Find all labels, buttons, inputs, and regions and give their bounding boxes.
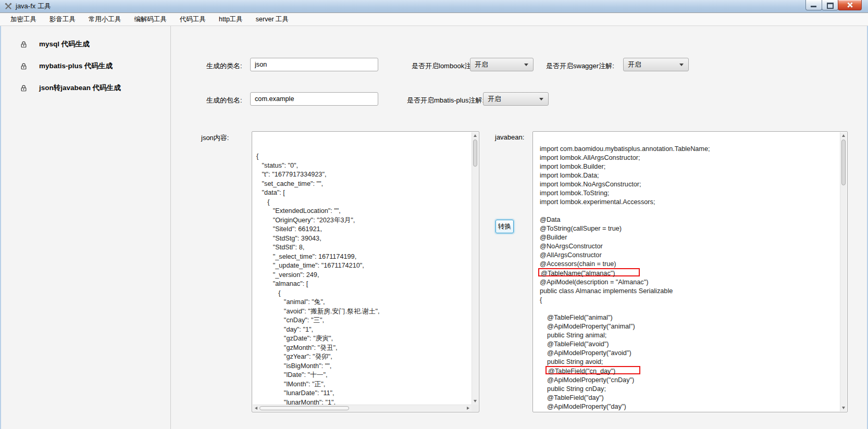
code-line: @AllArgsConstructor (540, 251, 840, 260)
code-line: @ApiModelProperty("cnDay") (540, 376, 840, 385)
javabean-vertical-scrollbar[interactable] (840, 132, 847, 411)
menubar: 加密工具 影音工具 常用小工具 编解码工具 代码工具 http工具 server… (0, 12, 868, 26)
class-name-label: 生成的类名: (206, 61, 242, 71)
json-horizontal-scrollbar[interactable] (253, 405, 472, 411)
sidebar-item-label: mybatis-plus 代码生成 (39, 61, 113, 71)
code-line: { (256, 152, 472, 161)
class-name-input[interactable] (250, 58, 378, 71)
code-line: { (256, 198, 472, 207)
json-code[interactable]: { "status": "0", "t": "1677917334923", "… (253, 132, 472, 405)
code-line: public String cnDay; (540, 385, 840, 394)
chevron-down-icon (539, 98, 543, 100)
chevron-down-icon (679, 64, 684, 66)
scroll-up-icon[interactable] (842, 134, 845, 137)
code-line: "OriginQuery": "2023年3月", (256, 216, 472, 225)
lombok-selected-value: 开启 (470, 60, 524, 69)
code-line: "lunarDate": "11", (256, 389, 472, 398)
code-line: "cnDay": "三", (256, 316, 472, 325)
menu-item-common-tools[interactable]: 常用小工具 (89, 15, 121, 24)
swagger-select[interactable]: 开启 (623, 58, 689, 71)
code-line: "data": [ (256, 188, 472, 198)
json-vscroll-thumb[interactable] (473, 140, 477, 167)
javabean-vscroll-thumb[interactable] (841, 140, 846, 185)
code-line (540, 207, 840, 216)
window-controls (806, 0, 862, 10)
json-vertical-scrollbar[interactable] (472, 132, 478, 405)
code-line: "set_cache_time": "", (256, 180, 472, 189)
menu-item-encrypt-tools[interactable]: 加密工具 (10, 15, 36, 24)
lock-icon (20, 41, 28, 48)
menu-item-codec-tools[interactable]: 编解码工具 (134, 15, 167, 24)
code-line: "_version": 249, (256, 271, 472, 280)
code-line: import lombok.experimental.Accessors; (540, 198, 840, 207)
mybatis-plus-select[interactable]: 开启 (483, 92, 549, 106)
code-line: "lDate": "十一", (256, 371, 472, 380)
code-line (540, 305, 840, 313)
app-tools-icon (4, 2, 13, 10)
code-line: "animal": "兔", (256, 298, 472, 307)
scroll-down-icon[interactable] (842, 407, 845, 409)
highlight-red-box: @TableField("cn_day") (545, 366, 640, 374)
sidebar-item-mysql-codegen[interactable]: mysql 代码生成 (1, 33, 170, 55)
code-line: @TableField("day") (540, 394, 840, 402)
mybatis-plus-label: 是否开启mbatis-plus注解: (407, 96, 484, 105)
sidebar-item-mybatis-plus-codegen[interactable]: mybatis-plus 代码生成 (1, 55, 170, 77)
code-line: import lombok.AllArgsConstructor; (540, 154, 840, 162)
menu-item-code-tools[interactable]: 代码工具 (180, 15, 206, 24)
code-line: "avoid": "搬新房.安门.祭祀.谢土", (256, 307, 472, 317)
javabean-code[interactable]: import com.baomidou.mybatisplus.annotati… (534, 132, 840, 411)
code-line: @Accessors(chain = true) (540, 260, 840, 269)
maximize-button[interactable] (822, 0, 838, 10)
window-title: java-fx 工具 (16, 2, 51, 11)
code-line: "StdStl": 8, (256, 243, 472, 253)
code-line: { (540, 296, 840, 305)
sidebar-item-json2javabean-codegen[interactable]: json转javabean 代码生成 (1, 77, 170, 99)
code-line: "gzDate": "庚寅", (256, 334, 472, 344)
code-line: import lombok.NoArgsConstructor; (540, 180, 840, 189)
code-line: public String animal; (540, 331, 840, 340)
minimize-button[interactable] (805, 0, 822, 10)
app-window: java-fx 工具 加密工具 影音工具 常用小工具 编解码工具 代码工具 ht… (0, 0, 868, 429)
convert-button[interactable]: 转换 (495, 220, 514, 233)
mybatis-plus-selected-value: 开启 (483, 95, 539, 104)
maximize-icon (827, 3, 834, 9)
code-line: "_select_time": 1671174199, (256, 253, 472, 262)
titlebar[interactable]: java-fx 工具 (0, 0, 868, 12)
menu-item-http-tools[interactable]: http工具 (219, 15, 243, 24)
scroll-up-icon[interactable] (474, 134, 477, 137)
code-line: @NoArgsConstructor (540, 242, 840, 251)
menu-item-media-tools[interactable]: 影音工具 (49, 15, 76, 24)
code-line: "StdStg": 39043, (256, 234, 472, 244)
scrollbar-corner (472, 405, 478, 411)
code-line: "lMonth": "正", (256, 380, 472, 389)
package-name-label: 生成的包名: (206, 96, 242, 105)
code-line: "_update_time": "1671174210", (256, 261, 472, 271)
scroll-right-icon[interactable] (467, 407, 469, 410)
json-content-textarea[interactable]: { "status": "0", "t": "1677917334923", "… (252, 131, 479, 412)
highlight-red-box: @TableName("almanac") (538, 268, 640, 276)
json-hscroll-thumb[interactable] (259, 406, 349, 410)
code-line: "day": "1", (256, 325, 472, 335)
javabean-output-textarea[interactable]: import com.baomidou.mybatisplus.annotati… (532, 131, 848, 412)
package-name-input[interactable] (250, 92, 378, 106)
javabean-label: javabean: (495, 133, 524, 141)
code-line: @Data (540, 216, 840, 224)
close-icon (847, 2, 853, 8)
code-line: @TableName("almanac") (540, 269, 840, 278)
menu-item-server-tools[interactable]: server 工具 (256, 15, 289, 24)
code-line: { (256, 289, 472, 298)
scroll-left-icon[interactable] (255, 407, 257, 410)
json-content-label: json内容: (201, 133, 229, 143)
close-button[interactable] (838, 0, 862, 10)
code-line: @Builder (540, 233, 840, 242)
code-line: @ApiModel(description = "Almanac") (540, 278, 840, 287)
lombok-select[interactable]: 开启 (470, 58, 534, 71)
code-line: @TableField("animal") (540, 313, 840, 322)
code-line: "ExtendedLocation": "", (256, 207, 472, 216)
scroll-down-icon[interactable] (474, 400, 477, 402)
minimize-icon (811, 6, 816, 7)
chevron-down-icon (524, 64, 528, 66)
code-line: public String avoid; (540, 358, 840, 367)
code-line: "SiteId": 661921, (256, 225, 472, 234)
code-line: "isBigMonth": "", (256, 362, 472, 371)
